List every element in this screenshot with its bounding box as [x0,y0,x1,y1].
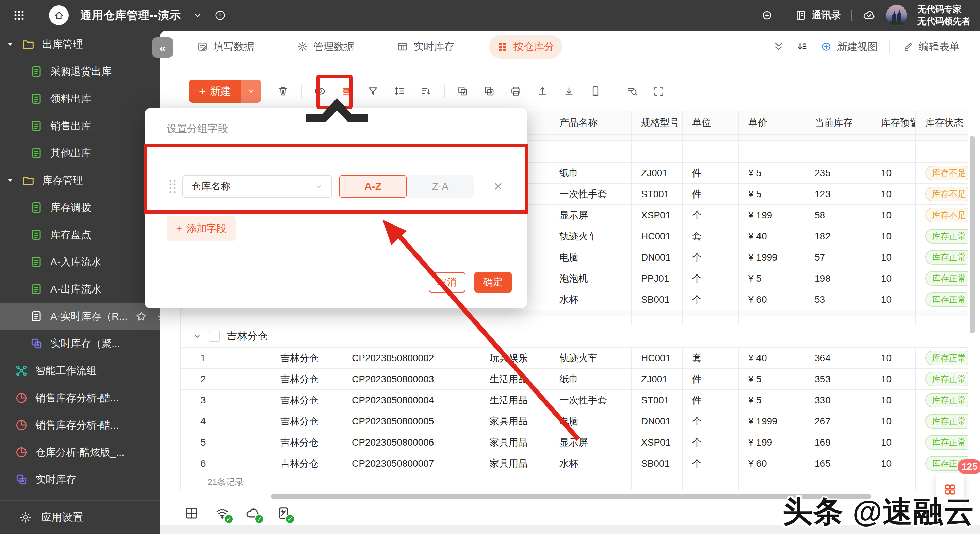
sidebar-item[interactable]: 其他出库 [0,140,160,167]
cell-product-code: CP2023050800002 [342,348,480,368]
sidebar-collapse-button[interactable]: « [153,37,173,58]
sidebar-item[interactable]: 实时库存（聚... [0,330,160,357]
sort-za-button[interactable]: Z-A [407,181,474,192]
vertical-scrollbar[interactable] [970,136,975,333]
table-row[interactable]: 2 吉林分仓 CP2023050800003 生活用品 纸巾 ZJ001 件 ¥… [181,369,968,390]
sidebar-item-label: 实时库存（聚... [50,337,120,351]
cell-category: 生活用品 [480,390,550,410]
remove-field-icon[interactable] [493,181,504,192]
cell-stock-warning: 10 [872,348,916,368]
add-icon[interactable] [760,9,773,22]
app-switch-chevron-icon[interactable] [192,10,203,21]
column-header[interactable]: 规格型号 [632,111,682,134]
tab-realtime-stock[interactable]: 实时库存 [389,35,463,59]
column-header[interactable]: 单价 [739,111,805,134]
contacts-button[interactable]: 通讯录 [795,8,841,22]
sidebar-item[interactable]: 库存调拨 [0,194,160,221]
sort-icon[interactable] [413,79,439,103]
sidebar-item[interactable]: 仓库分析-酷炫版_... [0,439,160,466]
cloud-sync-icon[interactable] [862,8,876,22]
group-header-row[interactable]: 吉林分仓 [181,325,968,348]
column-header[interactable]: 产品名称 [550,111,632,134]
cell-product-code: CP2023050800006 [342,432,480,453]
sidebar-item[interactable]: A-实时库存（R... [0,303,160,330]
cell-category: 家具用品 [480,453,550,474]
table-row[interactable]: 6 吉林分仓 CP2023050800007 家具用品 水杯 SB001 个 ¥… [181,453,968,474]
add-field-button[interactable]: + 添加字段 [167,216,236,241]
mobile-icon[interactable] [582,79,609,103]
drag-handle[interactable] [167,176,178,197]
quick-grid-button[interactable] [936,473,964,506]
cancel-button[interactable]: 取消 [429,272,466,292]
avatar[interactable] [886,5,907,26]
column-header[interactable]: 库存状态 [916,111,968,134]
import-icon[interactable] [529,79,556,103]
table-row[interactable]: 5 吉林分仓 CP2023050800006 家具用品 显示屏 XSP01 个 … [181,432,968,453]
table-row[interactable]: 4 吉林分仓 CP2023050800005 家具用品 电脑 DN001 个 ¥… [181,411,968,432]
column-header[interactable]: 库存预警 [872,111,916,134]
more-views-chevron-icon[interactable] [772,40,785,53]
tab-manage-data[interactable]: 管理数据 [289,35,363,59]
new-view-button[interactable]: 新建视图 [820,40,878,54]
new-record-button[interactable]: +新建 [189,79,261,103]
app-grid-menu-icon[interactable] [13,9,25,21]
hide-fields-icon[interactable] [307,79,333,103]
fullscreen-icon[interactable] [646,79,672,103]
group-field-select[interactable]: 仓库名称 [182,175,332,198]
sidebar-item[interactable]: 出库管理 [0,30,160,58]
sidebar-item[interactable]: 库存盘点 [0,221,160,248]
sort-direction-toggle: A-Z Z-A [339,175,474,198]
batch-copy-icon[interactable] [476,79,503,103]
sidebar-item[interactable]: 实时库存 [0,466,160,493]
sidebar-item[interactable]: 销售库存分析-酷... [0,412,160,439]
column-header[interactable]: 当前库存 [805,111,872,134]
table-row[interactable]: 3 吉林分仓 CP2023050800004 生活用品 一次性手套 ST001 … [181,390,968,411]
network-status-icon[interactable]: ✓ [215,505,230,521]
confirm-button[interactable]: 确定 [474,272,512,292]
cloud-sync-status-icon[interactable]: ✓ [245,505,261,521]
sidebar-item-icon [30,119,43,132]
view-actions: 新建视图 编辑表单 [772,34,959,59]
cell-stock-warning: 10 [872,453,916,474]
cell-stock-status: 库存正常 [916,289,968,310]
export-icon[interactable] [556,79,582,103]
delete-icon[interactable] [270,79,296,103]
column-header[interactable]: 单位 [682,111,739,134]
favorite-star-icon[interactable] [135,310,147,323]
new-record-dropdown[interactable] [241,79,261,103]
print-icon[interactable] [503,79,529,103]
cell-spec: HC001 [632,226,682,246]
sort-az-button[interactable]: A-Z [339,175,407,198]
group-checkbox[interactable] [208,331,220,342]
device-sync-status-icon[interactable]: ✓ [275,505,291,521]
table-row[interactable]: 1 吉林分仓 CP2023050800002 玩具娱乐 轨迹火车 HC001 套… [181,348,968,369]
group-collapse-icon[interactable] [193,332,202,341]
sidebar-item[interactable]: A-出库流水 [0,275,160,303]
edit-form-button[interactable]: 编辑表单 [902,40,959,54]
batch-edit-icon[interactable] [450,79,476,103]
filter-icon[interactable] [360,79,386,103]
app-settings-button[interactable]: 应用设置 [0,501,160,534]
sidebar-item[interactable]: 采购退货出库 [0,58,160,85]
cell-spec: ST001 [632,184,682,204]
cell-current-stock: 53 [805,289,872,310]
sidebar-item-label: 销售库存分析-酷... [35,418,119,432]
view-list-icon[interactable] [796,40,808,53]
cell-stock-status: 库存正常 [916,432,968,453]
widgets-icon[interactable] [184,505,199,521]
group-icon[interactable] [333,79,360,103]
sidebar-item[interactable]: 销售库存分析-酷... [0,385,160,412]
tab-group-by-warehouse[interactable]: 按仓库分 [489,35,563,59]
info-icon[interactable] [215,10,226,21]
sidebar-item[interactable]: 库存管理 [0,167,160,194]
sidebar-item[interactable]: 销售出库 [0,112,160,140]
sidebar-item[interactable]: 智能工作流组 [0,357,160,385]
sidebar-item[interactable]: A-入库流水 [0,248,160,275]
horizontal-scrollbar[interactable] [271,494,871,499]
home-button[interactable] [49,5,69,25]
tab-fill-data[interactable]: 填写数据 [189,35,262,59]
cell-unit: 套 [682,348,739,368]
row-height-icon[interactable] [386,79,413,103]
table-search-icon[interactable] [619,79,646,103]
sidebar-item[interactable]: 领料出库 [0,85,160,112]
